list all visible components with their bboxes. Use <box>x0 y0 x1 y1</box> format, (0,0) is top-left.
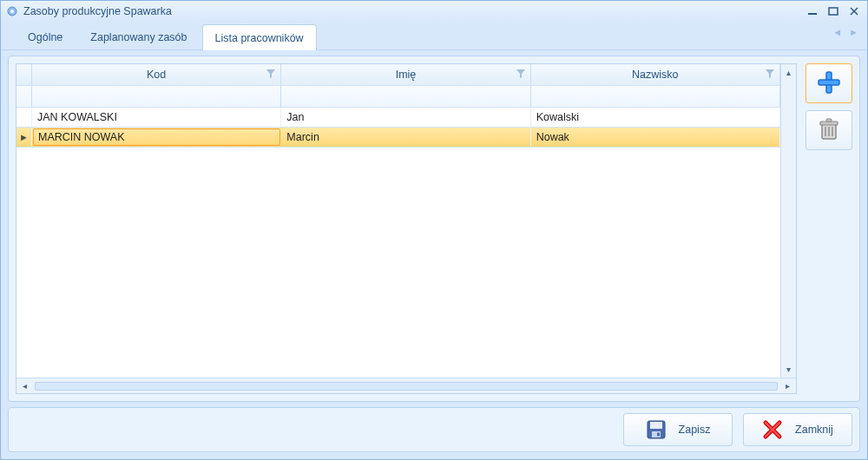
tab-nav-prev-icon[interactable]: ◄ <box>832 27 842 37</box>
grid-filter-kod[interactable] <box>32 86 281 107</box>
filter-icon[interactable] <box>766 69 774 81</box>
title-bar: Zasoby produkcyjne Spawarka <box>1 1 867 22</box>
tab-label: Ogólne <box>28 31 62 43</box>
grid-header-kod[interactable]: Kod <box>32 64 281 85</box>
grid-header-imie[interactable]: Imię <box>281 64 530 85</box>
grid-header-row: Kod Imię Nazwisko <box>16 64 780 86</box>
cell-nazwisko[interactable]: Nowak <box>531 128 780 147</box>
delete-button[interactable] <box>806 110 852 150</box>
plus-icon <box>816 69 842 98</box>
row-indicator <box>16 108 32 127</box>
grid-filter-row <box>16 86 780 108</box>
footer-bar: Zapisz Zamknij <box>8 407 860 452</box>
close-button-label: Zamknij <box>795 424 833 436</box>
cell-kod[interactable]: MARCIN NOWAK <box>33 128 280 146</box>
side-toolbar <box>806 63 852 394</box>
cell-nazwisko[interactable]: Kowalski <box>531 108 780 127</box>
scroll-up-icon[interactable]: ▴ <box>782 66 795 79</box>
cell-imie[interactable]: Marcin <box>281 128 530 147</box>
cell-imie[interactable]: Jan <box>281 108 530 127</box>
filter-icon[interactable] <box>266 69 275 81</box>
column-label: Nazwisko <box>632 69 679 81</box>
tab-nav-next-icon[interactable]: ► <box>849 27 858 37</box>
table-row[interactable]: JAN KOWALSKI Jan Kowalski <box>16 108 780 128</box>
floppy-icon <box>646 419 667 440</box>
vertical-scrollbar[interactable]: ▴ ▾ <box>780 64 796 378</box>
svg-rect-17 <box>657 433 660 437</box>
grid-header-nazwisko[interactable]: Nazwisko <box>531 64 780 85</box>
grid-filter-indicator <box>16 86 32 107</box>
close-icon <box>762 419 783 440</box>
close-window-button[interactable] <box>846 5 862 17</box>
minimize-button[interactable] <box>805 5 820 17</box>
scroll-right-icon[interactable]: ▸ <box>781 379 794 392</box>
tab-ogolne[interactable]: Ogólne <box>15 23 76 49</box>
horizontal-scrollbar[interactable]: ◂ ▸ <box>16 378 796 393</box>
window-title: Zasoby produkcyjne Spawarka <box>23 5 799 17</box>
scroll-down-icon[interactable]: ▾ <box>782 363 795 376</box>
tab-label: Lista pracowników <box>215 32 304 44</box>
row-indicator: ► <box>16 128 32 147</box>
add-button[interactable] <box>806 63 852 103</box>
svg-rect-9 <box>820 122 838 125</box>
grid-header-indicator <box>16 64 32 85</box>
save-button[interactable]: Zapisz <box>623 413 733 446</box>
content-panel: Kod Imię Nazwisko <box>8 56 860 402</box>
svg-rect-15 <box>650 422 662 429</box>
scrollbar-thumb[interactable] <box>35 382 778 391</box>
maximize-button[interactable] <box>825 5 841 17</box>
grid-filter-imie[interactable] <box>281 86 530 107</box>
close-button[interactable]: Zamknij <box>743 413 852 446</box>
svg-rect-3 <box>829 8 838 15</box>
tab-bar: Ogólne Zaplanowany zasób Lista pracownik… <box>1 22 867 50</box>
table-row[interactable]: ► MARCIN NOWAK Marcin Nowak <box>16 128 780 148</box>
column-label: Kod <box>147 69 166 81</box>
trash-icon <box>818 117 840 144</box>
svg-rect-7 <box>819 80 839 85</box>
cell-kod[interactable]: JAN KOWALSKI <box>32 108 281 127</box>
app-window: Zasoby produkcyjne Spawarka Ogólne Zapla… <box>0 0 868 460</box>
grid-filter-nazwisko[interactable] <box>531 86 780 107</box>
app-icon <box>6 5 18 17</box>
tab-zaplanowany-zasob[interactable]: Zaplanowany zasób <box>77 23 200 49</box>
svg-rect-10 <box>826 119 832 122</box>
tab-nav-arrows: ◄ ► <box>832 27 858 37</box>
scroll-left-icon[interactable]: ◂ <box>18 379 31 392</box>
current-row-icon: ► <box>19 132 29 142</box>
tab-lista-pracownikow[interactable]: Lista pracowników <box>202 24 317 50</box>
filter-icon[interactable] <box>516 69 525 81</box>
grid-body: JAN KOWALSKI Jan Kowalski ► MARCIN NOWAK… <box>16 108 780 378</box>
employee-grid: Kod Imię Nazwisko <box>16 63 797 394</box>
save-button-label: Zapisz <box>679 424 711 436</box>
tab-label: Zaplanowany zasób <box>90 31 187 43</box>
svg-point-1 <box>10 10 14 13</box>
column-label: Imię <box>396 69 417 81</box>
